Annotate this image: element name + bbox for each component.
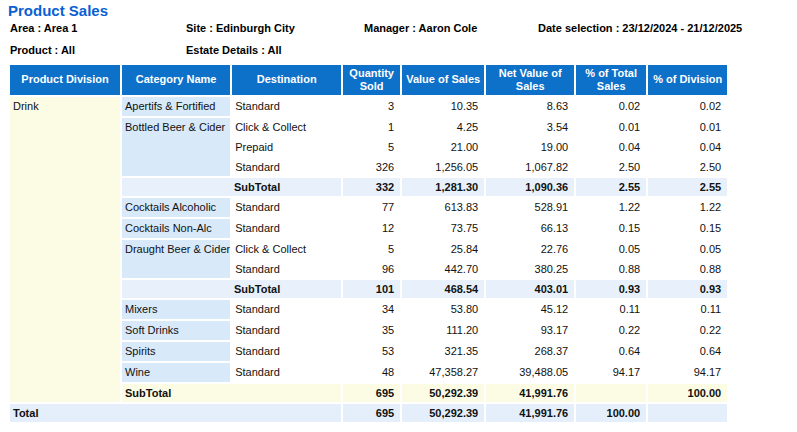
filter-site: Site : Edinburgh City	[186, 22, 295, 34]
quantity-sold-cell: 77	[343, 198, 400, 217]
net-value-cell: 45.12	[486, 300, 574, 319]
net-value-cell: 93.17	[486, 321, 574, 340]
quantity-sold-cell: 35	[343, 321, 400, 340]
value-of-sales-cell: 613.83	[402, 198, 484, 217]
destination-cell: Click & Collect	[232, 118, 341, 136]
value-of-sales-cell: 21.00	[402, 138, 484, 156]
quantity-sold-cell: 34	[343, 300, 400, 319]
net-value-cell: 403.01	[486, 280, 574, 298]
destination-cell: Standard	[232, 260, 341, 278]
destination-cell: Standard	[232, 97, 341, 116]
col-header-product-division: Product Division	[10, 65, 120, 95]
destination-cell: Standard	[232, 198, 341, 217]
value-of-sales-cell: 47,358.27	[402, 363, 484, 382]
pct-total-cell: 0.01	[576, 118, 646, 136]
category-name-cell: Bottled Beer & Cider	[122, 118, 230, 176]
value-of-sales-cell: 111.20	[402, 321, 484, 340]
col-header-destination: Destination	[232, 65, 341, 95]
subtotal-label: SubTotal	[122, 280, 341, 298]
pct-division-cell: 2.55	[648, 178, 727, 196]
pct-division-cell: 0.93	[648, 280, 727, 298]
net-value-cell: 1,090.36	[486, 178, 574, 196]
net-value-cell: 41,991.76	[486, 404, 574, 422]
division-subtotal-label: SubTotal	[122, 384, 341, 402]
subtotal-label: SubTotal	[122, 178, 341, 196]
quantity-sold-cell: 53	[343, 342, 400, 361]
pct-division-cell: 0.88	[648, 260, 727, 278]
category-name-cell: Spirits	[122, 342, 230, 361]
value-of-sales-cell: 468.54	[402, 280, 484, 298]
col-header-value-of-sales: Value of Sales	[402, 65, 484, 95]
col-header-pct-division: % of Division	[648, 65, 727, 95]
pct-total-cell: 0.93	[576, 280, 646, 298]
quantity-sold-cell: 101	[343, 280, 400, 298]
category-name-cell: Cocktails Non-Alc	[122, 219, 230, 238]
pct-total-cell: 2.55	[576, 178, 646, 196]
pct-division-cell: 0.01	[648, 118, 727, 136]
net-value-cell: 39,488.05	[486, 363, 574, 382]
pct-total-cell: 0.15	[576, 219, 646, 238]
value-of-sales-cell: 25.84	[402, 240, 484, 258]
col-header-quantity-sold: Quantity Sold	[343, 65, 400, 95]
destination-cell: Standard	[232, 363, 341, 382]
category-name-cell: Mixers	[122, 300, 230, 319]
quantity-sold-cell: 695	[343, 404, 400, 422]
col-header-category-name: Category Name	[122, 65, 230, 95]
value-of-sales-cell: 10.35	[402, 97, 484, 116]
category-name-cell: Wine	[122, 363, 230, 382]
net-value-cell: 528.91	[486, 198, 574, 217]
value-of-sales-cell: 50,292.39	[402, 404, 484, 422]
filter-date-selection: Date selection : 23/12/2024 - 21/12/2025	[538, 22, 742, 34]
total-label: Total	[10, 404, 341, 422]
pct-division-cell: 2.50	[648, 158, 727, 176]
quantity-sold-cell: 48	[343, 363, 400, 382]
quantity-sold-cell: 695	[343, 384, 400, 402]
pct-division-cell: 0.11	[648, 300, 727, 319]
filter-manager: Manager : Aaron Cole	[364, 22, 477, 34]
pct-division-cell: 0.05	[648, 240, 727, 258]
value-of-sales-cell: 73.75	[402, 219, 484, 238]
pct-total-cell: 0.11	[576, 300, 646, 319]
net-value-cell: 380.25	[486, 260, 574, 278]
pct-total-cell: 0.02	[576, 97, 646, 116]
net-value-cell: 41,991.76	[486, 384, 574, 402]
sales-table-body: DrinkApertifs & FortifiedStandard310.358…	[10, 97, 727, 422]
pct-total-cell: 1.22	[576, 198, 646, 217]
value-of-sales-cell: 53.80	[402, 300, 484, 319]
category-name-cell: Draught Beer & Cider	[122, 240, 230, 278]
pct-total-cell: 100.00	[576, 404, 646, 422]
pct-division-cell: 1.22	[648, 198, 727, 217]
net-value-cell: 1,067.82	[486, 158, 574, 176]
net-value-cell: 22.76	[486, 240, 574, 258]
destination-cell: Standard	[232, 219, 341, 238]
pct-total-cell: 0.64	[576, 342, 646, 361]
value-of-sales-cell: 50,292.39	[402, 384, 484, 402]
pct-division-cell	[648, 404, 727, 422]
filter-estate-details: Estate Details : All	[186, 44, 282, 56]
net-value-cell: 3.54	[486, 118, 574, 136]
pct-division-cell: 0.64	[648, 342, 727, 361]
pct-division-cell: 0.15	[648, 219, 727, 238]
pct-total-cell: 0.88	[576, 260, 646, 278]
net-value-cell: 268.37	[486, 342, 574, 361]
pct-division-cell: 94.17	[648, 363, 727, 382]
quantity-sold-cell: 12	[343, 219, 400, 238]
product-division-cell: Drink	[10, 97, 120, 402]
destination-cell: Standard	[232, 342, 341, 361]
net-value-cell: 66.13	[486, 219, 574, 238]
col-header-pct-total-sales: % of Total Sales	[576, 65, 646, 95]
destination-cell: Prepaid	[232, 138, 341, 156]
category-name-cell: Soft Drinks	[122, 321, 230, 340]
pct-division-cell: 0.04	[648, 138, 727, 156]
destination-cell: Standard	[232, 158, 341, 176]
value-of-sales-cell: 4.25	[402, 118, 484, 136]
col-header-net-value: Net Value of Sales	[486, 65, 574, 95]
product-sales-table: Product Division Category Name Destinati…	[8, 63, 729, 424]
value-of-sales-cell: 1,256.05	[402, 158, 484, 176]
pct-total-cell: 2.50	[576, 158, 646, 176]
quantity-sold-cell: 5	[343, 138, 400, 156]
destination-cell: Click & Collect	[232, 240, 341, 258]
quantity-sold-cell: 326	[343, 158, 400, 176]
quantity-sold-cell: 3	[343, 97, 400, 116]
quantity-sold-cell: 5	[343, 240, 400, 258]
